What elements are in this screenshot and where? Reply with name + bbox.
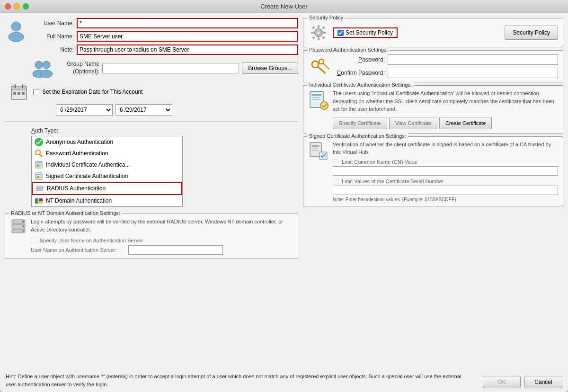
user-fields: User Name: Full Name: Note: [31,18,298,55]
right-panel: Security Policy [303,18,563,364]
username-input[interactable] [77,18,298,28]
expiration-label: Set the Expiration Date for This Account [42,89,143,95]
expiration-checkbox[interactable] [33,89,39,95]
password-input[interactable] [388,54,558,65]
svg-point-39 [22,230,24,232]
svg-point-1 [9,32,24,42]
anonymous-icon [35,138,43,146]
password-auth-content: Password: Confirm Password: [308,54,558,78]
username-label: User Name: [31,20,74,27]
radius-fields: Specify User Name on Authentication Serv… [31,237,293,255]
individual-cert-image-icon [308,89,329,110]
window-controls [5,3,29,9]
security-policy-title: Security Policy [307,15,345,20]
svg-point-38 [22,225,24,227]
svg-rect-32 [35,201,38,204]
hex-note: Note: Enter hexadecimal values. (Example… [333,197,558,202]
svg-rect-45 [323,32,326,34]
svg-line-54 [323,63,329,69]
close-button[interactable] [5,3,11,9]
specify-username-label: Specify User Name on Authentication Serv… [40,238,143,243]
nt-domain-icon [35,196,43,205]
auth-item-signed-cert[interactable]: Signed Certificate Authentication [32,170,182,182]
main-content: User Name: Full Name: Note: [0,13,568,369]
auth-type-label-row: Auth Type: [31,127,298,134]
signed-cert-icon [35,172,43,180]
limit-serial-group: Limit Values of the Certificate Serial N… [333,178,558,202]
auth-item-password[interactable]: Password Authentication [32,148,182,159]
auth-item-individual-cert[interactable]: Individual Certificate Authentica... [32,159,182,170]
maximize-button[interactable] [23,3,29,9]
note-input[interactable] [77,45,298,55]
auth-item-anonymous[interactable]: Anonymous Authentication [32,136,182,148]
specify-certificate-button[interactable]: Specify Certificate [333,117,387,129]
limit-cn-checkbox[interactable] [333,159,339,165]
svg-point-41 [317,31,320,35]
browse-groups-button[interactable]: Browse Groups... [242,62,298,74]
security-policy-button[interactable]: Security Policy [505,26,558,40]
minimize-button[interactable] [14,3,20,9]
svg-rect-30 [35,198,38,201]
group-name-input[interactable] [102,63,239,73]
individual-cert-description: The users using 'Individual Certificate … [333,89,558,113]
individual-cert-icon [35,160,43,169]
limit-cn-input[interactable] [333,166,558,176]
date-from-select[interactable]: 6 /29/2017 [56,104,113,116]
cancel-button[interactable]: Cancel [524,376,562,388]
server-icon [10,218,27,235]
create-certificate-button[interactable]: Create Certificate [439,117,492,129]
individual-cert-section: Individual Certificate Authentication Se… [303,85,563,134]
password-auth-title: Password Authentication Settings: [307,47,390,53]
password-label: Password: [333,56,385,63]
signed-cert-content: Verification of whether the client certi… [308,141,558,202]
svg-point-26 [37,187,39,189]
keys-icon [308,56,329,77]
radius-content: Login attempts by password will be verif… [10,218,293,255]
set-security-policy-row[interactable]: Set Security Policy [333,27,398,38]
expiration-checkbox-row: Set the Expiration Date for This Account [33,89,143,95]
password-key-icon [35,149,43,158]
security-policy-content: Set Security Policy Security Policy [308,22,558,43]
svg-point-50 [312,61,319,68]
password-auth-section: Password Authentication Settings: [303,50,563,82]
individual-cert-body: The users using 'Individual Certificate … [333,89,558,129]
svg-point-3 [43,61,50,69]
cert-action-buttons: Specify Certificate View Certificate Cre… [333,117,558,129]
confirm-password-row: Confirm Password: [333,68,558,78]
svg-rect-22 [36,174,41,175]
svg-rect-48 [312,36,315,39]
svg-rect-56 [312,94,321,96]
specify-username-checkbox[interactable] [31,237,37,243]
radius-username-input[interactable] [128,245,223,255]
svg-rect-7 [11,86,27,90]
separator-1 [5,121,298,122]
svg-rect-47 [322,26,325,29]
limit-serial-label: Limit Values of the Certificate Serial N… [342,178,444,184]
user-info-section: User Name: Full Name: Note: [5,18,298,55]
limit-cn-group: Limit Common Name (CN) Value [333,159,558,176]
auth-type-section: Auth Type: Anonymous Authentication [31,127,298,207]
password-fields: Password: Confirm Password: [333,54,558,78]
note-row: Note: [31,45,298,55]
view-certificate-button[interactable]: View Certificate [389,117,437,129]
limit-serial-checkbox[interactable] [333,178,339,185]
calendar-icon [9,81,29,102]
limit-serial-row: Limit Values of the Certificate Serial N… [333,178,558,185]
auth-item-nt-domain-label: NT Domain Authentication [46,197,112,204]
group-name-section: Group Name(Optional): Browse Groups... [31,59,298,78]
date-row: 6 /29/2017 6 /29/2017 [56,104,298,116]
svg-rect-12 [22,92,25,95]
svg-point-14 [36,150,40,155]
limit-serial-input[interactable] [333,186,558,195]
ok-button[interactable]: OK [483,376,521,388]
auth-item-nt-domain[interactable]: NT Domain Authentication [32,195,182,206]
set-security-policy-checkbox[interactable] [337,30,344,36]
auth-item-radius[interactable]: RADIUS Authentication [32,182,182,195]
date-to-select[interactable]: 6 /29/2017 [115,104,172,116]
confirm-password-input[interactable] [388,68,558,78]
fullname-row: Full Name: [31,31,298,42]
fullname-input[interactable] [77,31,298,42]
individual-cert-content: The users using 'Individual Certificate … [308,89,558,129]
password-row: Password: [333,54,558,65]
svg-rect-10 [13,92,16,95]
